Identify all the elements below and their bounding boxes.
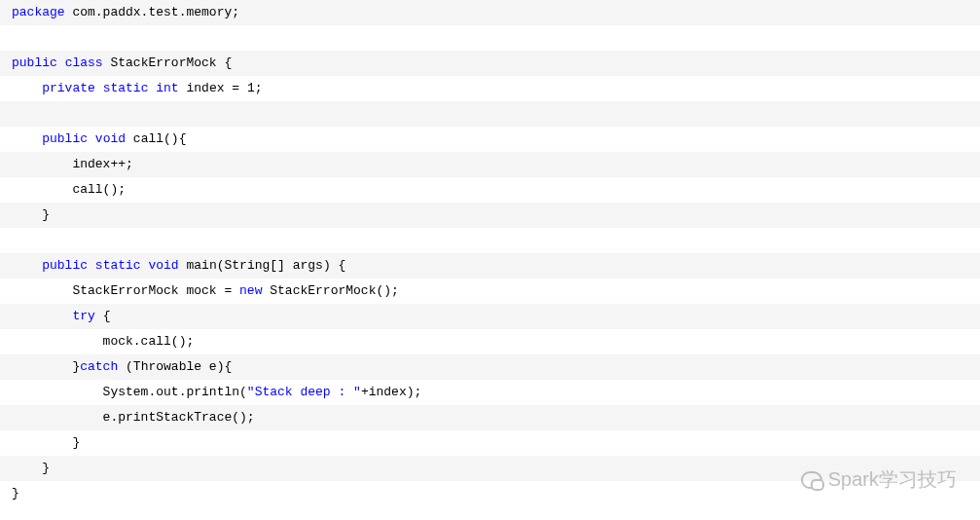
- code-line: [0, 25, 980, 51]
- code-token: System.out.println(: [12, 385, 247, 399]
- code-token: [95, 81, 103, 95]
- code-line: try {: [0, 304, 980, 329]
- code-token: main(String[] args) {: [179, 258, 346, 273]
- code-token: [88, 131, 95, 146]
- code-token: +index);: [361, 385, 421, 399]
- code-token: static: [95, 258, 141, 273]
- code-token: void: [148, 258, 178, 273]
- code-line: [0, 228, 980, 253]
- code-token: [12, 309, 72, 323]
- code-line: public class StackErrorMock {: [0, 51, 980, 76]
- code-block: package com.paddx.test.memory;public cla…: [0, 0, 980, 506]
- code-token: }: [12, 435, 80, 450]
- code-line: public static void main(String[] args) {: [0, 253, 980, 279]
- code-token: package: [12, 5, 65, 19]
- code-token: [12, 258, 42, 273]
- code-token: (Throwable e){: [118, 359, 232, 374]
- code-line: StackErrorMock mock = new StackErrorMock…: [0, 279, 980, 304]
- code-token: public: [42, 258, 88, 273]
- watermark: Spark学习技巧: [801, 466, 957, 493]
- code-token: }: [12, 359, 80, 374]
- code-token: StackErrorMock();: [262, 283, 398, 298]
- code-token: index = 1;: [179, 81, 263, 95]
- code-token: }: [12, 486, 19, 501]
- code-token: }: [12, 207, 50, 222]
- code-token: index++;: [12, 157, 133, 171]
- code-token: {: [95, 309, 111, 323]
- code-token: [88, 258, 95, 273]
- code-token: catch: [80, 359, 118, 374]
- code-token: public: [42, 131, 88, 146]
- code-token: public: [12, 56, 57, 70]
- code-line: System.out.println("Stack deep : "+index…: [0, 380, 980, 405]
- wechat-icon: [801, 471, 822, 489]
- code-token: [12, 81, 42, 95]
- code-token: [57, 56, 65, 70]
- code-token: e.printStackTrace();: [12, 410, 255, 425]
- code-line: mock.call();: [0, 329, 980, 354]
- code-line: public void call(){: [0, 127, 980, 152]
- code-token: mock.call();: [12, 334, 194, 349]
- code-line: }: [0, 430, 980, 456]
- code-token: "Stack deep : ": [247, 385, 361, 399]
- code-line: call();: [0, 177, 980, 203]
- code-token: void: [95, 131, 126, 146]
- code-token: call();: [12, 182, 126, 197]
- code-line: }catch (Throwable e){: [0, 354, 980, 380]
- code-line: package com.paddx.test.memory;: [0, 0, 980, 25]
- code-line: e.printStackTrace();: [0, 405, 980, 430]
- code-token: [12, 131, 42, 146]
- code-token: class: [65, 56, 103, 70]
- code-token: static: [103, 81, 149, 95]
- code-line: index++;: [0, 152, 980, 177]
- code-line: }: [0, 203, 980, 228]
- code-line: private static int index = 1;: [0, 76, 980, 101]
- code-token: private: [42, 81, 95, 95]
- watermark-text: Spark学习技巧: [828, 466, 957, 493]
- code-token: com.paddx.test.memory;: [65, 5, 239, 19]
- code-token: }: [12, 461, 50, 475]
- code-token: int: [156, 81, 178, 95]
- code-token: StackErrorMock mock =: [12, 283, 239, 298]
- code-token: call(){: [126, 131, 186, 146]
- code-token: try: [72, 309, 94, 323]
- code-token: StackErrorMock {: [103, 56, 233, 70]
- code-token: new: [239, 283, 262, 298]
- code-line: [0, 101, 980, 127]
